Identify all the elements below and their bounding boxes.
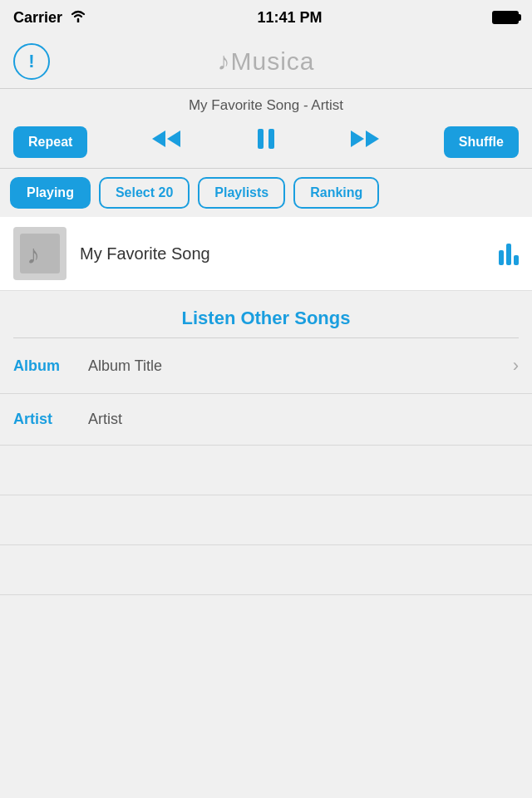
status-bar: Carrier 11:41 PM: [0, 0, 532, 35]
song-name: My Favorite Song: [80, 244, 499, 264]
svg-marker-0: [152, 131, 165, 147]
status-time: 11:41 PM: [258, 9, 323, 27]
music-note-icon: ♪: [217, 47, 230, 75]
info-button[interactable]: !: [13, 43, 50, 80]
eq-bar-3: [514, 255, 519, 265]
forward-button[interactable]: [339, 124, 391, 160]
artist-value: Artist: [88, 411, 519, 428]
tab-select20-label: Select 20: [116, 185, 173, 200]
svg-marker-5: [366, 131, 379, 147]
controls-row: Repeat Shuffle: [13, 124, 519, 160]
tab-playlists[interactable]: Playlists: [198, 177, 285, 209]
album-arrow-icon: ›: [513, 355, 519, 377]
shuffle-button[interactable]: Shuffle: [444, 126, 519, 158]
tab-playing-label: Playing: [27, 185, 74, 200]
carrier-label: Carrier: [13, 9, 62, 27]
song-thumbnail: ♪: [13, 227, 66, 280]
tabs-row: Playing Select 20 Playlists Ranking: [0, 169, 532, 217]
wifi-icon: [69, 9, 87, 27]
album-label: Album: [13, 357, 88, 375]
app-title-text: Musica: [230, 47, 314, 75]
now-playing-title: My Favorite Song - Artist: [13, 97, 519, 114]
artist-row[interactable]: Artist Artist: [0, 394, 532, 446]
song-thumb-inner: ♪: [20, 234, 60, 273]
album-row[interactable]: Album Album Title ›: [0, 338, 532, 394]
rewind-button[interactable]: [140, 124, 192, 160]
eq-bar-1: [499, 250, 504, 265]
listen-title: Listen Other Songs: [182, 308, 351, 328]
eq-bar-2: [506, 244, 511, 265]
tab-ranking-label: Ranking: [310, 185, 362, 200]
app-title: ♪Musica: [217, 47, 314, 76]
tab-select20[interactable]: Select 20: [99, 177, 190, 209]
info-icon: !: [28, 51, 34, 72]
pause-button[interactable]: [246, 124, 286, 160]
repeat-button[interactable]: Repeat: [13, 126, 87, 158]
status-left: Carrier: [13, 9, 87, 27]
album-value: Album Title: [88, 357, 513, 375]
svg-marker-1: [167, 131, 180, 147]
empty-row-1: [0, 446, 532, 495]
svg-marker-4: [351, 131, 364, 147]
empty-row-3: [0, 545, 532, 595]
equalizer-icon: [499, 242, 519, 265]
tab-ranking[interactable]: Ranking: [293, 177, 379, 209]
header: ! ♪Musica: [0, 35, 532, 88]
tab-playing[interactable]: Playing: [10, 177, 91, 209]
svg-text:♪: ♪: [27, 239, 40, 269]
song-item[interactable]: ♪ My Favorite Song: [0, 217, 532, 291]
status-right: [492, 11, 519, 24]
artist-label: Artist: [13, 411, 88, 428]
empty-row-2: [0, 495, 532, 545]
battery-icon: [492, 11, 519, 24]
listen-section: Listen Other Songs: [0, 291, 532, 337]
now-playing-section: My Favorite Song - Artist Repeat Shuffle: [0, 88, 532, 169]
svg-rect-2: [258, 129, 264, 149]
tab-playlists-label: Playlists: [214, 185, 268, 200]
svg-rect-3: [268, 129, 274, 149]
